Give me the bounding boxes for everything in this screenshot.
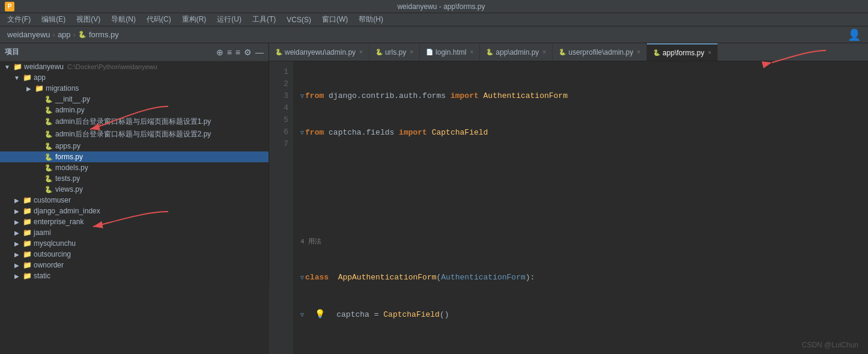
tree-admin2[interactable]: 🐍 admin后台登录窗口标题与后端页面标题设置2.py	[0, 128, 269, 141]
code-line-1: ▽from django.contrib.auth.forms import A…	[300, 90, 861, 103]
menu-refactor[interactable]: 重构(R)	[177, 13, 211, 26]
tree-views[interactable]: 🐍 views.py	[0, 184, 269, 195]
fold-5[interactable]: ▽	[300, 275, 304, 281]
fold-2[interactable]: ▽	[300, 130, 304, 136]
tab-weidanyewu-admin[interactable]: 🐍 weidanyewu\admin.py ×	[269, 43, 369, 61]
fn-captcha: CaptchaField	[383, 310, 440, 319]
sidebar-minimize[interactable]: —	[255, 47, 264, 57]
mysql-label: mysqlcunchu	[34, 239, 76, 248]
tree-app[interactable]: ▼ 📁 app	[0, 72, 269, 83]
tree-init[interactable]: 🐍 __init__.py	[0, 94, 269, 105]
sidebar: 项目 ⊕ ≡ ≡ ⚙ — ▼ 📁 weidanyewu C:\Docker\Py…	[0, 43, 269, 281]
code-line-6: ▽ 💡 captcha = CaptchaField()	[300, 308, 861, 322]
tree-mysql[interactable]: ▶ 📁 mysqlcunchu	[0, 238, 269, 249]
cls-1: AuthenticationForm	[484, 91, 568, 100]
migrations-folder-icon: 📁	[34, 84, 44, 93]
kw-class: class	[305, 273, 329, 282]
tab-close-5[interactable]: ×	[708, 49, 711, 56]
lightbulb-icon[interactable]: 💡	[315, 310, 325, 319]
menu-window[interactable]: 窗口(W)	[317, 13, 353, 26]
sidebar-btn3[interactable]: ≡	[235, 47, 240, 57]
admin2-label: admin后台登录窗口标题与后端页面标题设置2.py	[55, 129, 211, 139]
editor-content: 1 2 3 4 5 6 7 ▽from django.contrib.auth.…	[269, 61, 868, 354]
cls-name: AppAuthenticationForm	[333, 273, 437, 282]
forms-label: forms.py	[55, 153, 83, 161]
menu-vcs[interactable]: VCS(S)	[282, 14, 316, 25]
tree-outsourcing[interactable]: ▶ 📁 outsourcing	[0, 249, 269, 260]
tab-userprofile[interactable]: 🐍 userprofile\admin.py ×	[553, 43, 647, 61]
enterprise-label: enterprise_rank	[34, 218, 83, 226]
outsourcing-label: outsourcing	[34, 250, 71, 258]
tab-label-5: app\forms.py	[663, 49, 704, 57]
tab-app-admin[interactable]: 🐍 app\admin.py ×	[480, 43, 553, 61]
tab-icon-3: 🐍	[486, 49, 493, 55]
tree-jaami[interactable]: ▶ 📁 jaami	[0, 227, 269, 238]
tab-close-1[interactable]: ×	[410, 49, 413, 55]
breadcrumb: weidanyewu › app › 🐍 forms.py 👤	[0, 26, 868, 43]
tab-close-2[interactable]: ×	[470, 49, 473, 55]
sidebar-settings[interactable]: ⚙	[244, 47, 252, 57]
tree-migrations[interactable]: ▶ 📁 migrations	[0, 83, 269, 94]
tab-icon-2: 📄	[426, 49, 433, 55]
tree-apps[interactable]: 🐍 apps.py	[0, 141, 269, 151]
user-icon[interactable]: 👤	[848, 28, 861, 41]
menu-nav[interactable]: 导航(N)	[106, 13, 141, 26]
tab-label-4: userprofile\admin.py	[568, 48, 633, 56]
tree-enterprise[interactable]: ▶ 📁 enterprise_rank	[0, 216, 269, 227]
code-editor[interactable]: ▽from django.contrib.auth.forms import A…	[293, 61, 868, 354]
menu-run[interactable]: 运行(U)	[212, 13, 246, 26]
menu-help[interactable]: 帮助(H)	[354, 13, 388, 26]
module-1: django.contrib.auth.forms	[329, 91, 446, 100]
admin-icon: 🐍	[43, 106, 54, 114]
breadcrumb-root[interactable]: weidanyewu	[7, 30, 50, 39]
tree-models[interactable]: 🐍 models.py	[0, 162, 269, 173]
tests-icon: 🐍	[43, 175, 54, 183]
jaami-arrow: ▶	[12, 230, 22, 236]
menu-tools[interactable]: 工具(T)	[247, 13, 281, 26]
menu-view[interactable]: 视图(V)	[71, 13, 105, 26]
breadcrumb-file[interactable]: forms.py	[89, 30, 119, 39]
sidebar-btn2[interactable]: ≡	[227, 47, 232, 57]
menu-bar: 文件(F) 编辑(E) 视图(V) 导航(N) 代码(C) 重构(R) 运行(U…	[0, 13, 868, 26]
menu-code[interactable]: 代码(C)	[142, 13, 176, 26]
tree-static[interactable]: ▶ 📁 static	[0, 270, 269, 281]
tree-customuser[interactable]: ▶ 📁 customuser	[0, 195, 269, 206]
outsourcing-icon: 📁	[22, 250, 32, 258]
line-num-7: 7	[269, 138, 293, 150]
fold-1[interactable]: ▽	[300, 93, 304, 100]
fold-6[interactable]: ▽	[300, 312, 304, 319]
tab-icon-4: 🐍	[559, 49, 566, 55]
admin1-icon: 🐍	[43, 118, 54, 126]
tree-forms[interactable]: 🐍 forms.py	[0, 151, 269, 162]
sidebar-title: 项目	[5, 47, 19, 57]
tree-root[interactable]: ▼ 📁 weidanyewu C:\Docker\Python\weidanye…	[0, 61, 269, 72]
models-label: models.py	[55, 163, 88, 172]
sidebar-btn1[interactable]: ⊕	[216, 47, 223, 57]
menu-file[interactable]: 文件(F)	[2, 13, 35, 26]
module-2: captcha.fields	[329, 128, 394, 137]
tree-admin[interactable]: 🐍 admin.py	[0, 105, 269, 115]
static-label: static	[34, 272, 50, 280]
code-line-5: ▽class AppAuthenticationForm(Authenticat…	[300, 272, 861, 284]
jaami-icon: 📁	[22, 228, 32, 237]
kw-import-2: import	[399, 128, 427, 137]
code-line-3	[300, 163, 861, 175]
tree-tests[interactable]: 🐍 tests.py	[0, 173, 269, 184]
menu-edit[interactable]: 编辑(E)	[37, 13, 70, 26]
tab-close-3[interactable]: ×	[542, 49, 546, 55]
line-num-3: 3	[269, 90, 293, 102]
tree-ownorder[interactable]: ▶ 📁 ownorder	[0, 260, 269, 270]
tree-django-admin[interactable]: ▶ 📁 django_admin_index	[0, 206, 269, 216]
enterprise-arrow: ▶	[12, 219, 22, 225]
tab-close-0[interactable]: ×	[359, 49, 363, 55]
tab-forms[interactable]: 🐍 app\forms.py ×	[647, 43, 718, 61]
tab-label-1: urls.py	[385, 48, 406, 56]
tree-admin1[interactable]: 🐍 admin后台登录窗口标题与后端页面标题设置1.py	[0, 115, 269, 128]
root-label: weidanyewu	[24, 63, 64, 71]
kw-from-1: from	[305, 91, 324, 100]
django-admin-arrow: ▶	[12, 208, 22, 215]
tab-login[interactable]: 📄 login.html ×	[420, 43, 480, 61]
breadcrumb-app[interactable]: app	[58, 30, 71, 39]
tab-close-4[interactable]: ×	[637, 49, 640, 55]
tab-urls[interactable]: 🐍 urls.py ×	[369, 43, 420, 61]
